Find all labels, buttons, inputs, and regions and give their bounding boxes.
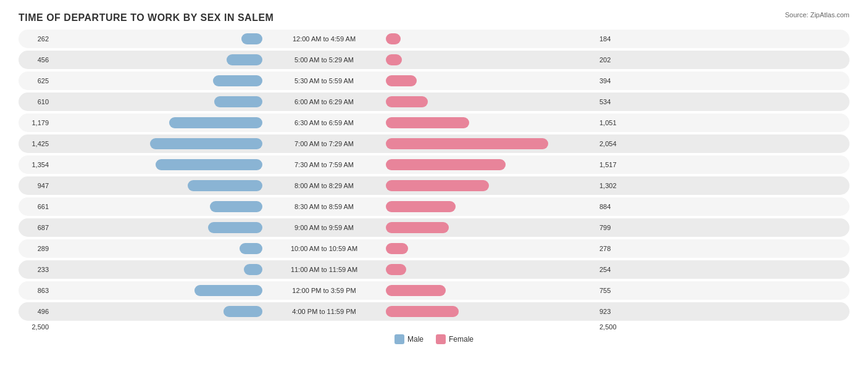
- table-row: 289 10:00 AM to 10:59 AM 278: [19, 239, 849, 258]
- chart-area: 262 12:00 AM to 4:59 AM 184 456 5:00 AM …: [19, 30, 849, 321]
- time-label: 7:00 AM to 7:29 AM: [262, 140, 386, 147]
- time-label: 10:00 AM to 10:59 AM: [262, 245, 386, 252]
- male-value: 610: [19, 98, 52, 105]
- female-bar-area: [386, 306, 596, 317]
- female-value: 1,302: [596, 182, 630, 189]
- table-row: 625 5:30 AM to 5:59 AM 394: [19, 72, 849, 90]
- table-row: 863 12:00 PM to 3:59 PM 755: [19, 281, 849, 300]
- table-row: 661 8:30 AM to 8:59 AM 884: [19, 197, 849, 216]
- female-bar-area: [386, 54, 596, 65]
- male-value: 1,179: [19, 119, 52, 126]
- female-value: 799: [596, 224, 630, 231]
- female-value: 923: [596, 308, 630, 315]
- male-value: 456: [19, 56, 52, 64]
- male-bar-area: [52, 96, 262, 107]
- male-bar: [188, 180, 262, 191]
- male-bar-area: [52, 75, 262, 86]
- time-label: 5:00 AM to 5:29 AM: [262, 56, 386, 64]
- male-bar: [169, 117, 262, 128]
- male-bar-area: [52, 285, 262, 296]
- legend: Male Female: [19, 334, 849, 344]
- time-label: 11:00 AM to 11:59 AM: [262, 266, 386, 273]
- table-row: 496 4:00 PM to 11:59 PM 923: [19, 302, 849, 321]
- female-bar: [386, 264, 406, 275]
- female-value: 884: [596, 203, 630, 210]
- female-bar-area: [386, 117, 596, 128]
- male-bar-area: [52, 54, 262, 65]
- male-bar-area: [52, 243, 262, 254]
- male-bar-area: [52, 180, 262, 191]
- table-row: 1,425 7:00 AM to 7:29 AM 2,054: [19, 134, 849, 153]
- female-value: 2,054: [596, 140, 630, 147]
- female-bar-area: [386, 159, 596, 170]
- male-bar: [227, 54, 262, 65]
- male-bar-area: [52, 306, 262, 317]
- female-value: 1,051: [596, 119, 630, 126]
- male-bar-area: [52, 138, 262, 149]
- time-label: 4:00 PM to 11:59 PM: [262, 308, 386, 315]
- female-bar: [386, 222, 449, 233]
- male-bar: [194, 285, 262, 296]
- time-label: 8:00 AM to 8:29 AM: [262, 182, 386, 189]
- female-bar: [386, 306, 459, 317]
- male-bar-area: [52, 222, 262, 233]
- male-bar: [208, 222, 262, 233]
- female-bar: [386, 96, 428, 107]
- time-label: 12:00 PM to 3:59 PM: [262, 287, 386, 294]
- male-value: 233: [19, 266, 52, 273]
- female-bar: [386, 159, 506, 170]
- female-bar-area: [386, 222, 596, 233]
- male-legend-label: Male: [407, 335, 424, 344]
- female-bar: [386, 243, 408, 254]
- female-bar: [386, 54, 402, 65]
- legend-male: Male: [394, 334, 424, 344]
- time-label: 7:30 AM to 7:59 AM: [262, 161, 386, 168]
- male-bar-area: [52, 264, 262, 275]
- male-value: 262: [19, 35, 52, 43]
- male-value: 289: [19, 245, 52, 252]
- male-bar: [210, 201, 262, 212]
- female-bar-area: [386, 201, 596, 212]
- legend-female: Female: [436, 334, 474, 344]
- female-value: 202: [596, 56, 630, 64]
- female-bar-area: [386, 285, 596, 296]
- male-bar-area: [52, 201, 262, 212]
- chart-container: TIME OF DEPARTURE TO WORK BY SEX IN SALE…: [0, 0, 868, 367]
- male-bar: [213, 75, 262, 86]
- male-bar: [223, 306, 262, 317]
- female-bar: [386, 180, 489, 191]
- female-value: 184: [596, 35, 630, 43]
- male-value: 687: [19, 224, 52, 231]
- axis-left-label: 2,500: [19, 323, 52, 331]
- table-row: 947 8:00 AM to 8:29 AM 1,302: [19, 176, 849, 195]
- male-value: 496: [19, 308, 52, 315]
- female-bar: [386, 75, 417, 86]
- female-bar: [386, 33, 401, 44]
- female-bar: [386, 201, 456, 212]
- female-bar-area: [386, 138, 596, 149]
- time-label: 8:30 AM to 8:59 AM: [262, 203, 386, 210]
- female-bar-area: [386, 75, 596, 86]
- axis-labels: 2,500 2,500: [19, 323, 849, 331]
- female-bar-area: [386, 180, 596, 191]
- male-bar-area: [52, 117, 262, 128]
- female-bar-area: [386, 33, 596, 44]
- male-bar: [240, 243, 262, 254]
- male-value: 661: [19, 203, 52, 210]
- male-value: 863: [19, 287, 52, 294]
- female-bar: [386, 117, 469, 128]
- table-row: 610 6:00 AM to 6:29 AM 534: [19, 93, 849, 111]
- female-bar-area: [386, 243, 596, 254]
- male-bar-area: [52, 33, 262, 44]
- male-bar: [214, 96, 262, 107]
- female-bar: [386, 138, 548, 149]
- table-row: 1,179 6:30 AM to 6:59 AM 1,051: [19, 113, 849, 132]
- female-value: 394: [596, 77, 630, 85]
- chart-title: TIME OF DEPARTURE TO WORK BY SEX IN SALE…: [19, 12, 849, 23]
- male-bar: [241, 33, 262, 44]
- male-value: 1,354: [19, 161, 52, 168]
- female-color-swatch: [436, 334, 446, 344]
- time-label: 9:00 AM to 9:59 AM: [262, 224, 386, 231]
- male-bar-area: [52, 159, 262, 170]
- source-label: Source: ZipAtlas.com: [785, 11, 849, 19]
